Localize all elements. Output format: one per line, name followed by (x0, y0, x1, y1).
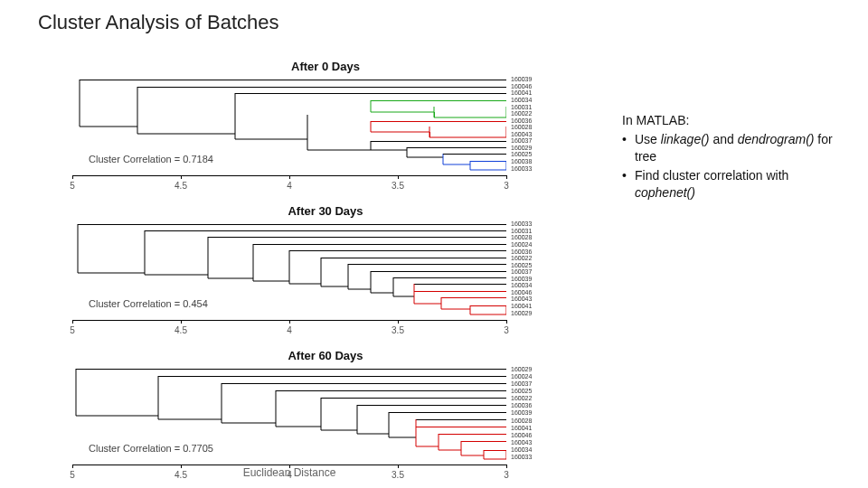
leaf-label: 160029 (511, 310, 574, 316)
x-axis-1: 5 4.5 4 3.5 3 (72, 320, 506, 343)
leaf-label: 160039 (511, 76, 574, 82)
leaf-label: 160022 (511, 255, 574, 261)
dendro-panel-1: After 30 Days (72, 208, 579, 343)
leaf-label: 160034 (511, 282, 574, 288)
leaf-label: 160046 (511, 289, 574, 296)
leaf-labels-1: 1600331600311600281600241600361600221600… (511, 221, 574, 316)
leaf-label: 160037 (511, 137, 574, 144)
leaf-label: 160033 (511, 454, 574, 460)
leaf-label: 160025 (511, 151, 574, 157)
leaf-label: 160025 (511, 262, 574, 268)
leaf-label: 160034 (511, 97, 574, 103)
leaf-label: 160029 (511, 145, 574, 151)
corr-label-0: Cluster Correlation = 0.7184 (89, 154, 213, 164)
leaf-label: 160022 (511, 110, 574, 117)
leaf-labels-2: 1600291600241600371600251600221600361600… (511, 365, 574, 461)
slide-title: Cluster Analysis of Batches (38, 11, 279, 34)
leaf-label: 160039 (511, 409, 574, 416)
leaf-label: 160043 (511, 131, 574, 137)
leaf-label: 160034 (511, 446, 574, 453)
leaf-label: 160041 (511, 303, 574, 309)
leaf-label: 160028 (511, 124, 574, 130)
panel-title-0: After 0 Days (72, 60, 579, 73)
dendro-panel-0: After 0 Days (72, 63, 579, 199)
corr-label-2: Cluster Correlation = 0.7705 (89, 443, 213, 454)
leaf-label: 160046 (511, 432, 574, 438)
leaf-labels-0: 1600391600461600411600341600311600221600… (511, 76, 574, 172)
leaf-label: 160033 (511, 221, 574, 227)
leaf-label: 160036 (511, 402, 574, 408)
leaf-label: 160041 (511, 89, 574, 96)
sidebar-item-0: Use linkage() and dendrogram() for tree (622, 131, 839, 165)
leaf-label: 160041 (511, 425, 574, 431)
sidebar-intro: In MATLAB: (622, 112, 839, 129)
sidebar-text: In MATLAB: Use linkage() and dendrogram(… (622, 112, 839, 202)
leaf-label: 160022 (511, 395, 574, 401)
leaf-label: 160029 (511, 366, 574, 372)
leaf-label: 160036 (511, 117, 574, 124)
leaf-label: 160037 (511, 268, 574, 275)
dendrogram-column: After 0 Days (72, 63, 579, 488)
leaf-label: 160024 (511, 241, 574, 248)
leaf-label: 160031 (511, 104, 574, 110)
leaf-label: 160038 (511, 158, 574, 164)
leaf-label: 160024 (511, 373, 574, 380)
corr-label-1: Cluster Correlation = 0.454 (89, 298, 208, 309)
x-axis-label: Euclidean Distance (72, 466, 506, 479)
panel-title-2: After 60 Days (72, 349, 579, 362)
leaf-label: 160043 (511, 296, 574, 302)
leaf-label: 160031 (511, 228, 574, 234)
leaf-label: 160043 (511, 439, 574, 446)
leaf-label: 160025 (511, 388, 574, 394)
panel-title-1: After 30 Days (72, 204, 579, 218)
leaf-label: 160033 (511, 165, 574, 172)
sidebar-item-1: Find cluster correlation with cophenet() (622, 167, 839, 202)
x-axis-0: 5 4.5 4 3.5 3 (72, 175, 506, 199)
leaf-label: 160028 (511, 418, 574, 424)
leaf-label: 160046 (511, 83, 574, 89)
leaf-label: 160028 (511, 234, 574, 240)
leaf-label: 160036 (511, 249, 574, 255)
leaf-label: 160039 (511, 276, 574, 282)
leaf-label: 160037 (511, 380, 574, 387)
